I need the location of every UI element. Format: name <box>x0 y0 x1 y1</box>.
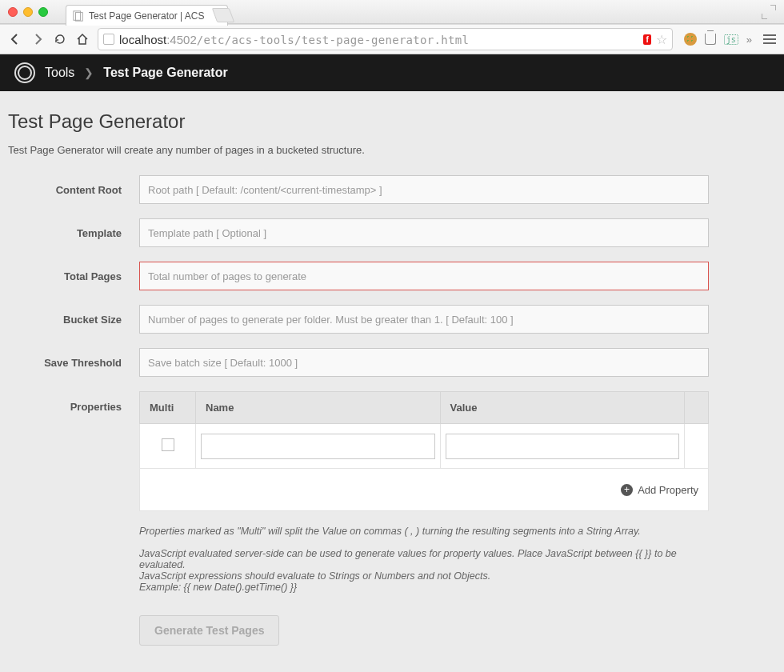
col-name: Name <box>196 392 441 424</box>
traffic-lights <box>0 7 48 17</box>
save-threshold-label: Save Threshold <box>8 357 139 369</box>
property-name-input[interactable] <box>201 434 435 459</box>
bucket-size-input[interactable] <box>139 305 709 334</box>
col-value: Value <box>440 392 685 424</box>
cup-extension-icon[interactable] <box>705 34 716 45</box>
hint-js-line2: JavaScript expressions should evaluate t… <box>139 570 709 582</box>
properties-table: Multi Name Value <box>139 391 709 511</box>
hint-js: JavaScript evaluated server-side can be … <box>139 548 709 593</box>
extension-icons: js » <box>684 33 776 46</box>
multi-checkbox[interactable] <box>162 438 174 451</box>
tab-title: Test Page Generator | ACS <box>89 10 205 22</box>
url-path: /etc/acs-tools/test-page-generator.html <box>197 34 469 46</box>
chevron-right-icon: ❯ <box>84 66 94 79</box>
page-content: Test Page Generator Test Page Generator … <box>0 91 784 672</box>
properties-label: Properties <box>8 391 139 413</box>
bucket-size-label: Bucket Size <box>8 314 139 326</box>
content-root-label: Content Root <box>8 184 139 196</box>
reload-button[interactable] <box>53 32 67 46</box>
fullscreen-icon[interactable] <box>762 5 776 19</box>
hint-js-line1: JavaScript evaluated server-side can be … <box>139 548 709 570</box>
app-logo-icon[interactable] <box>14 62 35 83</box>
content-root-input[interactable] <box>139 175 709 204</box>
hint-multi: Properties marked as "Multi" will split … <box>139 526 709 537</box>
save-threshold-input[interactable] <box>139 348 709 377</box>
bookmark-star-icon[interactable]: ☆ <box>656 32 667 47</box>
add-property-label: Add Property <box>638 484 698 496</box>
minimize-window-button[interactable] <box>23 7 33 17</box>
svg-rect-1 <box>76 12 83 21</box>
hint-js-line3: Example: {{ new Date().getTime() }} <box>139 582 709 593</box>
forward-button[interactable] <box>30 32 45 46</box>
page-description: Test Page Generator will create any numb… <box>8 144 776 156</box>
generate-button[interactable]: Generate Test Pages <box>139 615 279 646</box>
back-button[interactable] <box>8 32 22 46</box>
template-input[interactable] <box>139 218 709 247</box>
plus-icon: + <box>621 484 633 496</box>
url-host: localhost <box>119 33 166 46</box>
address-bar[interactable]: localhost:4502/etc/acs-tools/test-page-g… <box>98 28 673 50</box>
page-title: Test Page Generator <box>8 110 776 133</box>
url-text: localhost:4502/etc/acs-tools/test-page-g… <box>119 33 638 46</box>
property-value-input[interactable] <box>446 434 680 459</box>
template-label: Template <box>8 227 139 239</box>
more-extensions-icon[interactable]: » <box>746 34 752 46</box>
total-pages-input[interactable] <box>139 262 709 290</box>
app-header: Tools ❯ Test Page Generator <box>0 54 784 91</box>
js-extension-icon[interactable]: js <box>724 34 738 45</box>
close-window-button[interactable] <box>8 7 18 17</box>
browser-toolbar: localhost:4502/etc/acs-tools/test-page-g… <box>0 24 784 54</box>
total-pages-label: Total Pages <box>8 270 139 282</box>
breadcrumb-root[interactable]: Tools <box>45 66 74 80</box>
col-action <box>685 392 709 424</box>
breadcrumb-current: Test Page Generator <box>103 66 227 80</box>
browser-menu-button[interactable] <box>763 34 776 44</box>
add-property-button[interactable]: + Add Property <box>621 484 698 496</box>
tab-favicon-icon <box>73 10 84 22</box>
maximize-window-button[interactable] <box>38 7 48 17</box>
url-port: :4502 <box>166 33 197 46</box>
flash-extension-icon[interactable]: f <box>643 34 650 45</box>
home-button[interactable] <box>75 32 90 46</box>
browser-tab[interactable]: Test Page Generator | ACS × <box>66 5 228 26</box>
property-row <box>140 424 709 469</box>
col-multi: Multi <box>140 392 196 424</box>
page-icon <box>103 34 114 45</box>
cookie-extension-icon[interactable] <box>684 33 697 46</box>
